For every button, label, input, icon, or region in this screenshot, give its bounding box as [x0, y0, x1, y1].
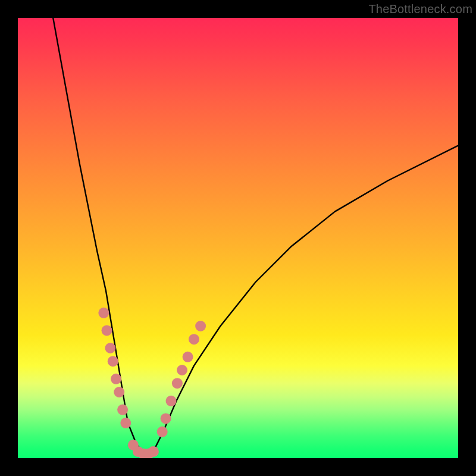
- chart-frame: TheBottleneck.com: [0, 0, 476, 476]
- plot-area: [18, 18, 458, 458]
- bottleneck-curve-path: [53, 18, 458, 454]
- highlight-dot: [148, 446, 159, 457]
- highlight-dot: [195, 321, 206, 331]
- highlight-dot: [172, 378, 183, 389]
- chart-svg: [18, 18, 458, 458]
- highlight-dot: [183, 352, 193, 362]
- highlight-dot: [161, 413, 171, 424]
- highlight-dot: [177, 365, 187, 375]
- highlight-dot: [120, 418, 131, 428]
- highlight-dot: [189, 334, 199, 345]
- highlight-dots-group: [98, 308, 206, 458]
- highlight-dot: [111, 374, 121, 384]
- highlight-dot: [108, 356, 118, 367]
- highlight-dot: [105, 343, 115, 353]
- highlight-dot: [114, 387, 124, 397]
- highlight-dot: [166, 396, 177, 406]
- highlight-dot: [157, 427, 168, 437]
- watermark-text: TheBottleneck.com: [368, 2, 472, 16]
- highlight-dot: [98, 308, 109, 318]
- highlight-dot: [117, 405, 128, 415]
- highlight-dot: [102, 325, 112, 336]
